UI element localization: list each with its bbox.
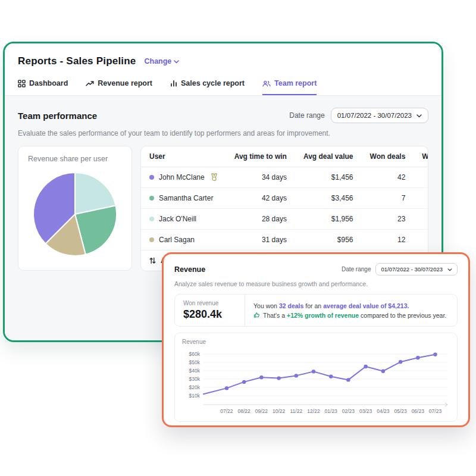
growth-value: +12% growth of revenue (287, 312, 359, 319)
won-deals: 12 (362, 230, 414, 250)
summary-text: You won (253, 302, 277, 309)
data-point-02/23[interactable] (346, 378, 350, 381)
change-dropdown[interactable]: Change (144, 57, 179, 65)
win-rate: 11.3% (414, 230, 428, 250)
tab-label: Team report (274, 79, 317, 87)
revenue-card-title: Revenue (174, 265, 205, 274)
x-tick-label: 03/23 (359, 408, 372, 414)
x-tick-label: 11/22 (290, 408, 302, 414)
page-title: Reports - Sales Pipeline (18, 55, 136, 67)
x-tick-label: 07/23 (429, 408, 442, 414)
x-tick-label: 06/23 (412, 408, 425, 414)
y-tick-label: $10k (189, 393, 201, 399)
date-range-label: Date range (342, 266, 371, 273)
x-tick-label: 09/22 (255, 408, 268, 414)
revenue-date-range-select[interactable]: 01/07/2022 - 30/07/2023 (375, 263, 458, 275)
tab-dashboard[interactable]: Dashboard (18, 79, 68, 95)
data-point-03/23[interactable] (364, 365, 367, 368)
win-rate: 13.0% (414, 188, 428, 209)
date-range-value: 01/07/2022 - 30/07/2023 (337, 112, 412, 119)
line-chart-title: Revenue (182, 339, 450, 345)
dashboard-icon (18, 80, 26, 87)
table-row[interactable]: Carl Sagan31 days$9561211.3%$128,345 (141, 230, 428, 250)
tab-label: Dashboard (29, 79, 68, 87)
x-tick-label: 10/22 (273, 408, 286, 414)
revenue-chart-card: Revenue $10k$20k$30k$40k$50k$60k07/2208/… (174, 333, 458, 422)
date-range-label: Date range (289, 111, 324, 120)
data-point-05/23[interactable] (399, 360, 402, 364)
won-deals: 42 (362, 167, 414, 188)
revenue-summary: Won revenue $280.4k You won 32 deals for… (174, 294, 458, 327)
data-point-06/23[interactable] (416, 356, 419, 359)
x-tick-label: 07/22 (220, 408, 233, 414)
swap-vertical-icon (149, 257, 156, 264)
avg-time-to-win: 34 days (226, 167, 295, 188)
user-name: Jack O'Neill (159, 215, 196, 223)
column-header-won-deals: Won deals (362, 146, 414, 167)
user-name: Samantha Carter (159, 194, 213, 202)
x-tick-label: 01/23 (325, 408, 338, 414)
chevron-down-icon (416, 112, 422, 119)
data-point-04/23[interactable] (381, 369, 385, 373)
x-tick-label: 02/23 (342, 408, 355, 414)
data-point-11/22[interactable] (295, 374, 298, 377)
deals-link[interactable]: 32 deals (279, 302, 303, 309)
data-point-08/22[interactable] (242, 380, 246, 384)
y-tick-label: $40k (189, 368, 201, 374)
won-deals: 23 (362, 209, 414, 230)
avg-deal-value: $1,456 (295, 167, 362, 188)
date-range-select[interactable]: 01/07/2022 - 30/07/2023 (331, 108, 428, 123)
user-color-dot (149, 175, 154, 180)
y-tick-label: $50k (189, 359, 201, 365)
pie-chart-title: Revenue share per user (28, 155, 122, 163)
user-color-dot (149, 196, 154, 201)
bar-chart-icon (170, 80, 177, 87)
tab-label: Revenue report (98, 79, 152, 87)
revenue-line-chart: $10k$20k$30k$40k$50k$60k07/2208/2209/221… (182, 345, 452, 416)
pie-chart (31, 170, 119, 258)
x-tick-label: 08/22 (238, 408, 251, 414)
tab-revenue-report[interactable]: Revenue report (86, 79, 152, 95)
data-point-12/22[interactable] (312, 369, 315, 373)
y-tick-label: $60k (189, 351, 201, 357)
won-deals: 7 (362, 188, 414, 209)
avg-time-to-win: 42 days (226, 188, 295, 209)
summary-line-1: You won 32 deals for an average deal val… (253, 302, 449, 309)
users-icon (262, 80, 271, 87)
win-rate: 10.2% (414, 209, 428, 230)
avg-deal-value-link[interactable]: average deal value of $4,213. (323, 302, 409, 309)
reports-card-header: Reports - Sales Pipeline Change Dashboar… (5, 43, 441, 95)
avg-deal-value: $3,456 (295, 188, 362, 209)
date-range-value: 01/07/2022 - 30/07/2023 (381, 266, 443, 273)
revenue-card: Revenue Date range 01/07/2022 - 30/07/20… (162, 252, 470, 427)
section-description: Evaluate the sales performance of your t… (18, 129, 428, 137)
tab-label: Sales cycle report (181, 79, 245, 87)
user-name: John McClane (159, 173, 205, 181)
column-header-win-rate: Win rate? (414, 146, 428, 167)
data-point-07/22[interactable] (225, 386, 228, 390)
summary-text: That's a (263, 312, 285, 319)
data-point-09/22[interactable] (259, 375, 263, 379)
report-tabs: DashboardRevenue reportSales cycle repor… (18, 79, 428, 95)
y-tick-label: $30k (189, 376, 201, 382)
y-tick-label: $20k (189, 384, 201, 390)
column-header-avg-time-to-win: Avg time to win (226, 146, 295, 167)
table-row[interactable]: John McClane34 days$1,4564214.3%$328,345 (141, 167, 428, 188)
table-row[interactable]: Jack O'Neill28 days$1,9562310.2%$225,388 (141, 209, 428, 230)
x-tick-label: 04/23 (377, 408, 390, 414)
data-point-10/22[interactable] (277, 376, 280, 380)
tab-team-report[interactable]: Team report (262, 79, 317, 95)
avg-deal-value: $1,956 (295, 209, 362, 230)
tab-sales-cycle-report[interactable]: Sales cycle report (170, 79, 245, 95)
table-row[interactable]: Samantha Carter42 days$3,456713.0%$238,6… (141, 188, 428, 209)
data-point-07/23[interactable] (433, 353, 437, 356)
avg-time-to-win: 31 days (226, 230, 295, 250)
data-point-01/23[interactable] (329, 375, 333, 378)
avg-deal-value: $956 (295, 230, 362, 250)
summary-text: for an (305, 302, 321, 309)
table-header-row: UserAvg time to winAvg deal valueWon dea… (141, 146, 428, 167)
won-revenue-label: Won revenue (183, 300, 245, 306)
win-rate: 14.3% (414, 167, 428, 188)
user-color-dot (149, 237, 154, 242)
thumbs-up-icon (253, 312, 260, 318)
